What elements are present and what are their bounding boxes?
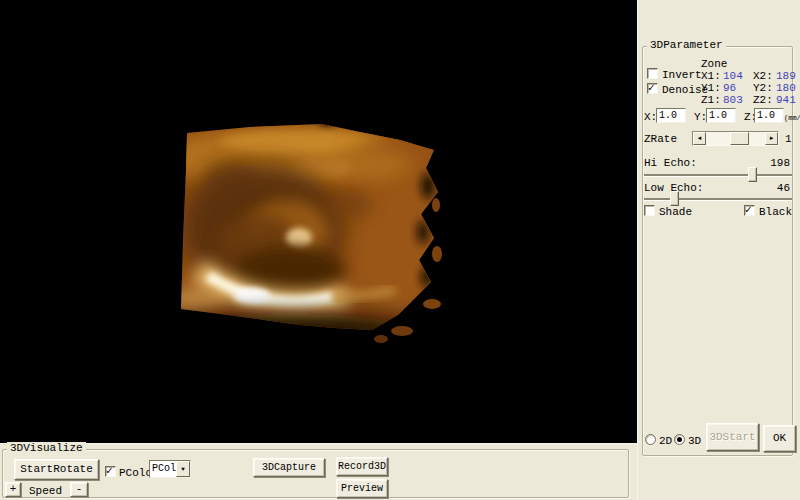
zone-y1-value: 96 xyxy=(723,82,736,94)
zrate-thumb[interactable] xyxy=(730,132,749,145)
zone-z1-label: Z1: xyxy=(701,94,721,106)
pcolor-checkbox[interactable] xyxy=(105,466,116,477)
visualize-groupbox: 3DVisualize StartRotate + Speed - PColor… xyxy=(2,449,629,498)
scale-z-input[interactable] xyxy=(754,108,784,123)
low-echo-slider-track[interactable] xyxy=(644,198,792,200)
hi-echo-slider-track[interactable] xyxy=(644,174,792,176)
visualize-panel: 3DVisualize StartRotate + Speed - PColor… xyxy=(0,443,637,500)
zone-x1-label: X1: xyxy=(701,70,721,82)
zrate-right-arrow-icon[interactable]: ► xyxy=(765,132,778,145)
hi-echo-value: 198 xyxy=(770,157,790,169)
record3d-button[interactable]: Record3D xyxy=(336,457,388,476)
hi-echo-slider-thumb[interactable] xyxy=(748,167,757,182)
mode-3d-radio[interactable] xyxy=(674,434,685,445)
zone-x2-label: X2: xyxy=(753,70,773,82)
parameter-group-title: 3DParameter xyxy=(647,39,726,51)
start-rotate-button[interactable]: StartRotate xyxy=(14,459,99,480)
zone-x2-value: 189 xyxy=(776,70,796,82)
hi-echo-label: Hi Echo: xyxy=(644,157,697,169)
speed-minus-button[interactable]: - xyxy=(70,482,88,497)
invert-checkbox[interactable] xyxy=(647,68,658,79)
scale-unit-label: (mm/p) xyxy=(784,112,800,124)
mode-3d-label: 3D xyxy=(688,435,701,447)
zone-title: Zone xyxy=(701,58,727,70)
zone-x1-value: 104 xyxy=(723,70,743,82)
mode-2d-label: 2D xyxy=(659,435,672,447)
scale-y-input[interactable] xyxy=(706,108,736,123)
scale-x-input[interactable] xyxy=(656,108,686,123)
low-echo-value: 46 xyxy=(777,182,790,194)
3dstart-button[interactable]: 3DStart xyxy=(706,423,759,451)
black-checkbox[interactable] xyxy=(744,205,755,216)
visualize-group-title: 3DVisualize xyxy=(7,442,86,454)
invert-label: Invert xyxy=(662,69,702,81)
zone-y2-label: Y2: xyxy=(753,82,773,94)
zone-z2-value: 941 xyxy=(776,94,796,106)
parameter-panel: 3DParameter Invert Denoise Zone X1: 104 … xyxy=(637,0,800,500)
ultrasound-volume xyxy=(0,0,637,443)
3dcapture-button[interactable]: 3DCapture xyxy=(253,458,325,477)
pcolor-dropdown[interactable]: PColor xyxy=(149,460,191,478)
zone-z2-label: Z2: xyxy=(753,94,773,106)
shade-label: Shade xyxy=(659,206,692,218)
zone-z1-value: 803 xyxy=(723,94,743,106)
speed-label: Speed xyxy=(29,485,62,497)
mode-2d-radio[interactable] xyxy=(645,434,656,445)
zrate-value: 1 xyxy=(785,133,792,145)
black-label: Black xyxy=(759,206,792,218)
zrate-left-arrow-icon[interactable]: ◄ xyxy=(693,132,706,145)
speed-plus-button[interactable]: + xyxy=(5,482,21,497)
shade-checkbox[interactable] xyxy=(644,205,655,216)
denoise-checkbox[interactable] xyxy=(647,83,658,94)
zrate-scrollbar[interactable]: ◄ ► xyxy=(692,131,779,146)
parameter-groupbox: 3DParameter Invert Denoise Zone X1: 104 … xyxy=(642,46,793,456)
zone-y2-value: 180 xyxy=(776,82,796,94)
ok-button[interactable]: OK xyxy=(763,425,796,452)
render-viewport[interactable] xyxy=(0,0,637,443)
chevron-down-icon[interactable] xyxy=(176,461,190,477)
zone-y1-label: Y1: xyxy=(701,82,721,94)
zrate-label: ZRate xyxy=(644,133,677,145)
low-echo-slider-thumb[interactable] xyxy=(670,191,679,206)
preview-button[interactable]: Preview xyxy=(336,479,388,498)
